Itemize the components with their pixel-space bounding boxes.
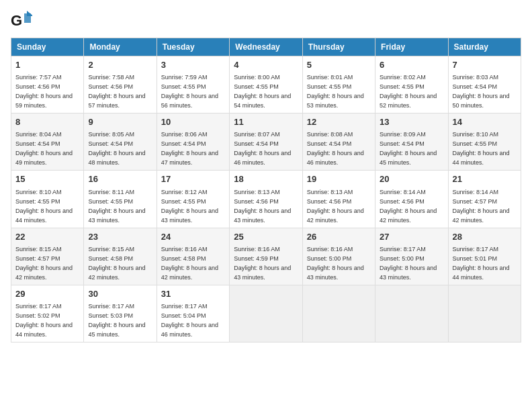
calendar-cell: 14Sunrise: 8:10 AMSunset: 4:55 PMDayligh… <box>448 113 521 171</box>
week-row-5: 29Sunrise: 8:17 AMSunset: 5:02 PMDayligh… <box>11 285 521 342</box>
calendar-cell: 21Sunrise: 8:14 AMSunset: 4:57 PMDayligh… <box>448 171 521 228</box>
calendar-cell <box>375 285 448 342</box>
calendar-cell <box>448 285 521 342</box>
svg-text:G: G <box>11 12 22 29</box>
calendar-cell: 5Sunrise: 8:01 AMSunset: 4:55 PMDaylight… <box>302 56 375 113</box>
day-number: 1 <box>15 59 79 71</box>
sunrise-info: Sunrise: 8:14 AMSunset: 4:57 PMDaylight:… <box>453 189 510 224</box>
day-number: 22 <box>15 231 79 243</box>
calendar-cell: 17Sunrise: 8:12 AMSunset: 4:55 PMDayligh… <box>157 171 229 228</box>
day-number: 10 <box>161 116 225 128</box>
day-number: 11 <box>234 116 298 128</box>
day-number: 13 <box>380 116 443 128</box>
calendar-cell: 28Sunrise: 8:17 AMSunset: 5:01 PMDayligh… <box>448 228 521 285</box>
day-number: 26 <box>307 231 371 243</box>
sunrise-info: Sunrise: 8:01 AMSunset: 4:55 PMDaylight:… <box>307 74 364 109</box>
day-number: 16 <box>88 173 152 185</box>
calendar-cell <box>230 285 302 342</box>
calendar-cell: 20Sunrise: 8:14 AMSunset: 4:56 PMDayligh… <box>375 171 448 228</box>
sunrise-info: Sunrise: 8:14 AMSunset: 4:56 PMDaylight:… <box>380 189 437 224</box>
day-number: 15 <box>15 173 79 185</box>
calendar-cell <box>302 285 375 342</box>
sunrise-info: Sunrise: 8:08 AMSunset: 4:54 PMDaylight:… <box>307 131 364 166</box>
sunrise-info: Sunrise: 8:10 AMSunset: 4:55 PMDaylight:… <box>453 131 510 166</box>
calendar-cell: 3Sunrise: 7:59 AMSunset: 4:55 PMDaylight… <box>157 56 229 113</box>
weekday-header-monday: Monday <box>84 38 157 56</box>
sunrise-info: Sunrise: 8:15 AMSunset: 4:57 PMDaylight:… <box>15 246 73 281</box>
day-number: 2 <box>88 59 152 71</box>
calendar-cell: 27Sunrise: 8:17 AMSunset: 5:00 PMDayligh… <box>375 228 448 285</box>
calendar-cell: 9Sunrise: 8:05 AMSunset: 4:54 PMDaylight… <box>84 113 157 171</box>
sunrise-info: Sunrise: 8:12 AMSunset: 4:55 PMDaylight:… <box>161 189 218 224</box>
sunrise-info: Sunrise: 8:17 AMSunset: 5:04 PMDaylight:… <box>161 303 218 338</box>
sunrise-info: Sunrise: 8:17 AMSunset: 5:00 PMDaylight:… <box>380 246 437 281</box>
day-number: 5 <box>307 59 371 71</box>
calendar-cell: 26Sunrise: 8:16 AMSunset: 5:00 PMDayligh… <box>302 228 375 285</box>
calendar-cell: 22Sunrise: 8:15 AMSunset: 4:57 PMDayligh… <box>11 228 84 285</box>
day-number: 19 <box>307 173 371 185</box>
logo-icon: G <box>11 11 32 30</box>
week-row-1: 1Sunrise: 7:57 AMSunset: 4:56 PMDaylight… <box>11 56 521 113</box>
sunrise-info: Sunrise: 8:10 AMSunset: 4:55 PMDaylight:… <box>15 189 73 224</box>
page-header: G <box>11 11 521 30</box>
sunrise-info: Sunrise: 8:04 AMSunset: 4:54 PMDaylight:… <box>15 131 73 166</box>
sunrise-info: Sunrise: 8:03 AMSunset: 4:54 PMDaylight:… <box>453 74 510 109</box>
sunrise-info: Sunrise: 8:15 AMSunset: 4:58 PMDaylight:… <box>88 246 145 281</box>
sunrise-info: Sunrise: 8:13 AMSunset: 4:56 PMDaylight:… <box>234 189 291 224</box>
calendar-cell: 31Sunrise: 8:17 AMSunset: 5:04 PMDayligh… <box>157 285 229 342</box>
day-number: 4 <box>234 59 298 71</box>
day-number: 17 <box>161 173 225 185</box>
calendar-cell: 8Sunrise: 8:04 AMSunset: 4:54 PMDaylight… <box>11 113 84 171</box>
sunrise-info: Sunrise: 8:17 AMSunset: 5:01 PMDaylight:… <box>453 246 510 281</box>
sunrise-info: Sunrise: 8:09 AMSunset: 4:54 PMDaylight:… <box>380 131 437 166</box>
sunrise-info: Sunrise: 8:16 AMSunset: 4:58 PMDaylight:… <box>161 246 218 281</box>
calendar-cell: 4Sunrise: 8:00 AMSunset: 4:55 PMDaylight… <box>230 56 302 113</box>
day-number: 8 <box>15 116 79 128</box>
weekday-header-friday: Friday <box>375 38 448 56</box>
weekday-header-sunday: Sunday <box>11 38 84 56</box>
calendar-cell: 12Sunrise: 8:08 AMSunset: 4:54 PMDayligh… <box>302 113 375 171</box>
day-number: 7 <box>453 59 517 71</box>
calendar-cell: 7Sunrise: 8:03 AMSunset: 4:54 PMDaylight… <box>448 56 521 113</box>
sunrise-info: Sunrise: 8:16 AMSunset: 4:59 PMDaylight:… <box>234 246 291 281</box>
calendar-cell: 18Sunrise: 8:13 AMSunset: 4:56 PMDayligh… <box>230 171 302 228</box>
day-number: 20 <box>380 173 443 185</box>
weekday-header-thursday: Thursday <box>302 38 375 56</box>
calendar-cell: 2Sunrise: 7:58 AMSunset: 4:56 PMDaylight… <box>84 56 157 113</box>
sunrise-info: Sunrise: 8:11 AMSunset: 4:55 PMDaylight:… <box>88 189 145 224</box>
sunrise-info: Sunrise: 7:59 AMSunset: 4:55 PMDaylight:… <box>161 74 218 109</box>
weekday-header-wednesday: Wednesday <box>230 38 302 56</box>
day-number: 24 <box>161 231 225 243</box>
day-number: 12 <box>307 116 371 128</box>
sunrise-info: Sunrise: 7:58 AMSunset: 4:56 PMDaylight:… <box>88 74 145 109</box>
sunrise-info: Sunrise: 8:05 AMSunset: 4:54 PMDaylight:… <box>88 131 145 166</box>
sunrise-info: Sunrise: 8:17 AMSunset: 5:03 PMDaylight:… <box>88 303 145 338</box>
sunrise-info: Sunrise: 8:13 AMSunset: 4:56 PMDaylight:… <box>307 189 364 224</box>
calendar-cell: 11Sunrise: 8:07 AMSunset: 4:54 PMDayligh… <box>230 113 302 171</box>
week-row-4: 22Sunrise: 8:15 AMSunset: 4:57 PMDayligh… <box>11 228 521 285</box>
day-number: 25 <box>234 231 298 243</box>
sunrise-info: Sunrise: 8:00 AMSunset: 4:55 PMDaylight:… <box>234 74 291 109</box>
calendar-cell: 24Sunrise: 8:16 AMSunset: 4:58 PMDayligh… <box>157 228 229 285</box>
svg-marker-2 <box>27 11 32 16</box>
week-row-2: 8Sunrise: 8:04 AMSunset: 4:54 PMDaylight… <box>11 113 521 171</box>
calendar-table: SundayMondayTuesdayWednesdayThursdayFrid… <box>11 38 521 342</box>
weekday-header-tuesday: Tuesday <box>157 38 229 56</box>
sunrise-info: Sunrise: 8:06 AMSunset: 4:54 PMDaylight:… <box>161 131 218 166</box>
calendar-cell: 25Sunrise: 8:16 AMSunset: 4:59 PMDayligh… <box>230 228 302 285</box>
day-number: 18 <box>234 173 298 185</box>
day-number: 30 <box>88 288 152 300</box>
day-number: 14 <box>453 116 517 128</box>
calendar-cell: 1Sunrise: 7:57 AMSunset: 4:56 PMDaylight… <box>11 56 84 113</box>
day-number: 31 <box>161 288 225 300</box>
calendar-cell: 23Sunrise: 8:15 AMSunset: 4:58 PMDayligh… <box>84 228 157 285</box>
sunrise-info: Sunrise: 7:57 AMSunset: 4:56 PMDaylight:… <box>15 74 73 109</box>
calendar-cell: 29Sunrise: 8:17 AMSunset: 5:02 PMDayligh… <box>11 285 84 342</box>
calendar-cell: 19Sunrise: 8:13 AMSunset: 4:56 PMDayligh… <box>302 171 375 228</box>
weekday-header-saturday: Saturday <box>448 38 521 56</box>
day-number: 27 <box>380 231 443 243</box>
sunrise-info: Sunrise: 8:02 AMSunset: 4:55 PMDaylight:… <box>380 74 437 109</box>
calendar-cell: 16Sunrise: 8:11 AMSunset: 4:55 PMDayligh… <box>84 171 157 228</box>
day-number: 6 <box>380 59 443 71</box>
day-number: 29 <box>15 288 79 300</box>
